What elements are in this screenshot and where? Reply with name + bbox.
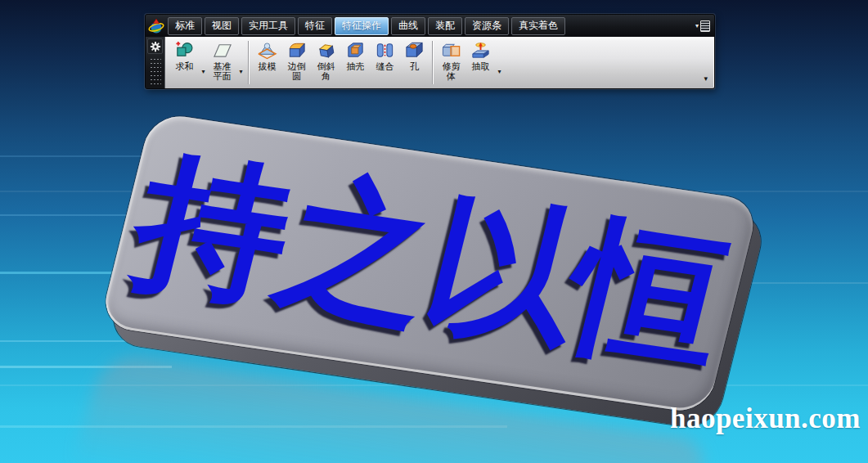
button-label: 孔: [410, 61, 419, 71]
toolbar-buttons-row: 求和 ▾ 基准 平面 ▾: [164, 37, 714, 88]
edge-blend-icon: [286, 39, 308, 61]
unite-icon: [174, 39, 196, 61]
tab-view[interactable]: 视图: [205, 17, 239, 35]
toolbar-button-trim-body[interactable]: 修剪 体: [437, 38, 465, 88]
extract-icon: [470, 39, 492, 61]
button-label: 倒斜: [317, 61, 335, 71]
toolbar-panel: 求和 ▾ 基准 平面 ▾: [146, 37, 714, 88]
button-label-line2: 体: [443, 71, 461, 81]
toolbar-button-edge-blend[interactable]: 边倒 圆: [282, 38, 311, 88]
toolbar-left-rail: [146, 37, 164, 88]
toolbar-separator: [248, 41, 250, 84]
chevron-down-icon: ▾: [695, 23, 699, 29]
tab-curve[interactable]: 曲线: [391, 17, 425, 35]
toolbar-grip-handle[interactable]: [149, 56, 161, 86]
dropdown-arrow[interactable]: ▾: [237, 38, 245, 88]
toolbar-tab-bar: 标准 视图 实用工具 特征 特征操作 曲线 装配 资源条 真实着色 ▾: [146, 15, 714, 37]
trim-body-icon: [441, 39, 462, 61]
button-label: 求和: [176, 61, 194, 71]
watermark: haopeixun.com: [670, 402, 861, 435]
toolbar-button-chamfer[interactable]: 倒斜 角: [312, 38, 340, 88]
button-label: 缝合: [376, 61, 394, 71]
button-label-line2: 圆: [288, 71, 306, 81]
button-label: 抽壳: [347, 61, 365, 71]
toolbar-button-hole[interactable]: 孔: [400, 38, 429, 88]
datum-plane-icon: [212, 39, 233, 61]
dropdown-arrow[interactable]: ▾: [200, 38, 207, 88]
button-label: 边倒: [288, 61, 306, 71]
dropdown-arrow[interactable]: ▾: [496, 38, 503, 88]
tab-feature[interactable]: 特征: [298, 17, 332, 35]
toolbar-button-shell[interactable]: 抽壳: [341, 38, 370, 88]
button-label: 基准: [214, 61, 232, 71]
tab-assembly[interactable]: 装配: [428, 17, 462, 35]
gear-button[interactable]: [147, 38, 163, 54]
tab-resource-bar[interactable]: 资源条: [465, 17, 509, 35]
toolbar-button-datum-plane[interactable]: 基准 平面: [208, 38, 236, 88]
button-label: 修剪: [443, 61, 461, 71]
toolbar-button-extract[interactable]: 抽取: [466, 38, 495, 88]
toolbar-button-draft[interactable]: 拔模: [253, 38, 281, 88]
toolbar-button-unite[interactable]: 求和: [170, 38, 199, 88]
button-label-line2: 平面: [214, 71, 232, 81]
toolbar-expand-button[interactable]: ▾: [704, 75, 708, 83]
button-label-line2: 角: [317, 71, 335, 81]
chamfer-icon: [316, 39, 337, 61]
draft-icon: [257, 39, 278, 61]
toolbar-button-sew[interactable]: 缝合: [371, 38, 399, 88]
button-label: 拔模: [259, 61, 277, 71]
shell-icon: [345, 39, 367, 61]
button-label: 抽取: [472, 61, 490, 71]
tab-feature-operation[interactable]: 特征操作: [335, 17, 389, 35]
toolbar-separator: [432, 41, 434, 84]
tab-utilities[interactable]: 实用工具: [241, 17, 295, 35]
app-logo-icon[interactable]: [147, 17, 165, 35]
sew-icon: [375, 39, 396, 61]
tab-true-shading[interactable]: 真实着色: [511, 17, 565, 35]
document-list-icon: [700, 20, 710, 32]
tab-standard[interactable]: 标准: [168, 17, 202, 35]
floating-toolbar: 标准 视图 实用工具 特征 特征操作 曲线 装配 资源条 真实着色 ▾: [145, 14, 715, 89]
hole-icon: [404, 39, 425, 61]
toolbar-options-button[interactable]: ▾: [695, 20, 710, 32]
toolbar-empty-space: [504, 38, 712, 88]
application-viewport: 持之以恒 标准 视图 实用工具 特征 特征操作 曲线 装配 资源条 真实着色: [0, 0, 868, 463]
